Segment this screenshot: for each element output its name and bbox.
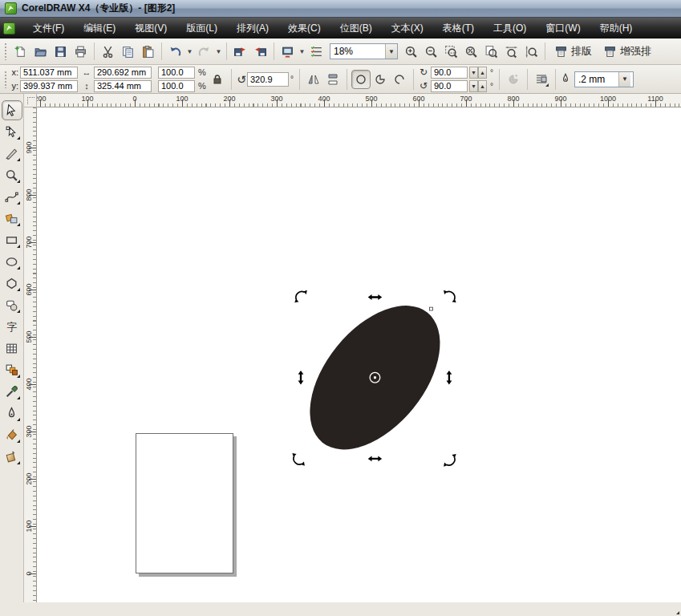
paste-button[interactable]: [138, 42, 158, 61]
cut-button[interactable]: [98, 42, 118, 61]
y-position-field[interactable]: [20, 80, 78, 92]
rotate-handle-bottom-left[interactable]: [292, 453, 305, 466]
menu-table[interactable]: 表格(T): [433, 19, 484, 37]
rotate-handle-top-left[interactable]: [294, 290, 307, 303]
ellipse-tool-button[interactable]: [2, 252, 22, 272]
enhanced-workspace-button[interactable]: 增强排: [598, 42, 657, 61]
scale-horizontal-field[interactable]: [158, 67, 195, 79]
app-launcher-button[interactable]: [278, 42, 298, 61]
chevron-down-icon[interactable]: ▼: [385, 44, 397, 59]
copy-button[interactable]: [118, 42, 138, 61]
zoom-out-button[interactable]: [421, 42, 441, 61]
start-angle-field[interactable]: [431, 67, 468, 79]
freehand-tool-button[interactable]: [2, 187, 22, 207]
ellipse-node[interactable]: [430, 307, 433, 310]
fill-tool-button[interactable]: [2, 425, 22, 445]
menu-edit[interactable]: 编辑(E): [74, 19, 125, 37]
toolbar-grip[interactable]: [4, 43, 8, 60]
skew-handle-top[interactable]: [368, 294, 383, 300]
toolbar-separator: [161, 43, 162, 60]
menu-effects[interactable]: 效果(C): [278, 19, 330, 37]
undo-button[interactable]: [165, 42, 185, 61]
menu-bitmaps[interactable]: 位图(B): [330, 19, 382, 37]
menu-text[interactable]: 文本(X): [382, 19, 433, 37]
rectangle-tool-button[interactable]: [2, 230, 22, 250]
outline-tool-button[interactable]: [2, 403, 22, 424]
zoom-in-icon: [404, 45, 418, 59]
drawing-canvas[interactable]: [37, 107, 681, 602]
x-position-field[interactable]: [20, 67, 78, 79]
document-icon[interactable]: [3, 22, 15, 34]
object-height-field[interactable]: [94, 80, 152, 92]
new-document-button[interactable]: [10, 42, 30, 61]
crop-tool-button[interactable]: [2, 144, 22, 164]
export-button[interactable]: [250, 42, 270, 61]
menu-help[interactable]: 帮助(H): [590, 19, 642, 37]
text-tool-button[interactable]: 字: [2, 317, 22, 337]
open-button[interactable]: [30, 42, 51, 61]
outline-width-value[interactable]: [575, 74, 618, 85]
print-button[interactable]: [71, 42, 91, 61]
rotate-handle-top-right[interactable]: [444, 290, 456, 303]
zoom-page-button[interactable]: [481, 42, 501, 61]
zoom-tool-button[interactable]: [2, 165, 22, 185]
shape-tool-button[interactable]: [2, 122, 22, 142]
start-angle-down-button[interactable]: ▼: [469, 67, 478, 79]
end-angle-up-button[interactable]: ▲: [478, 80, 487, 92]
property-bar-grip[interactable]: [4, 71, 8, 88]
rotate-handle-bottom-right[interactable]: [444, 454, 456, 467]
chevron-down-icon[interactable]: ▼: [298, 42, 306, 61]
chevron-down-icon[interactable]: ▼: [214, 42, 223, 61]
menu-view[interactable]: 视图(V): [125, 19, 176, 37]
eyedropper-tool-button[interactable]: [2, 382, 22, 402]
zoom-selected-button[interactable]: [441, 42, 461, 61]
mirror-vertical-button[interactable]: [323, 70, 343, 89]
zoom-level-select[interactable]: ▼: [330, 43, 398, 59]
polygon-tool-button[interactable]: [2, 274, 22, 294]
menu-file[interactable]: 文件(F): [23, 19, 74, 37]
zoom-all-objects-button[interactable]: [461, 42, 481, 61]
basic-shapes-tool-button[interactable]: [2, 295, 22, 315]
import-button[interactable]: [230, 42, 250, 61]
outline-width-select[interactable]: ▼: [574, 71, 634, 87]
welcome-screen-button[interactable]: [306, 42, 326, 61]
start-angle-up-button[interactable]: ▲: [478, 67, 487, 79]
mirror-horizontal-button[interactable]: [304, 70, 323, 89]
zoom-page-width-button[interactable]: [501, 42, 521, 61]
menu-window[interactable]: 窗口(W): [536, 19, 590, 37]
copy-icon: [121, 45, 135, 59]
layout-workspace-button[interactable]: 排版: [549, 42, 598, 61]
vertical-ruler[interactable]: 9008007006005004003002001000: [24, 107, 37, 602]
wrap-text-button[interactable]: [532, 70, 551, 89]
menu-layout[interactable]: 版面(L): [176, 19, 227, 37]
lock-ratio-button[interactable]: [208, 70, 227, 89]
zoom-level-value[interactable]: [330, 46, 385, 57]
zoom-page-height-button[interactable]: [521, 42, 541, 61]
interactive-fill-tool-button[interactable]: [2, 447, 22, 467]
menu-tools[interactable]: 工具(O): [484, 19, 536, 37]
skew-handle-right[interactable]: [446, 371, 452, 385]
object-width-field[interactable]: [94, 67, 152, 79]
table-tool-button[interactable]: [2, 338, 22, 359]
ruler-origin-corner[interactable]: [24, 94, 37, 107]
blend-tool-button[interactable]: [2, 360, 22, 380]
end-angle-icon: ↺: [418, 80, 429, 91]
pie-mode-button[interactable]: [371, 70, 390, 89]
skew-handle-left[interactable]: [298, 371, 304, 385]
export-icon: [253, 45, 267, 59]
pick-tool-button[interactable]: [2, 100, 22, 120]
scale-vertical-field[interactable]: [158, 80, 195, 92]
menu-arrange[interactable]: 排列(A): [227, 19, 278, 37]
arc-mode-button[interactable]: [390, 70, 409, 89]
end-angle-down-button[interactable]: ▼: [469, 80, 478, 92]
horizontal-ruler[interactable]: 2001000100200300400500600700800900100011…: [37, 94, 681, 107]
end-angle-field[interactable]: [431, 80, 468, 92]
chevron-down-icon[interactable]: ▼: [185, 42, 194, 61]
chevron-down-icon[interactable]: ▼: [618, 72, 630, 87]
skew-handle-bottom[interactable]: [368, 456, 383, 462]
save-button[interactable]: [51, 42, 71, 61]
zoom-in-button[interactable]: [401, 42, 421, 61]
smart-fill-tool-button[interactable]: [2, 209, 22, 229]
rotation-angle-field[interactable]: [247, 72, 289, 87]
ellipse-mode-button[interactable]: [351, 70, 371, 89]
